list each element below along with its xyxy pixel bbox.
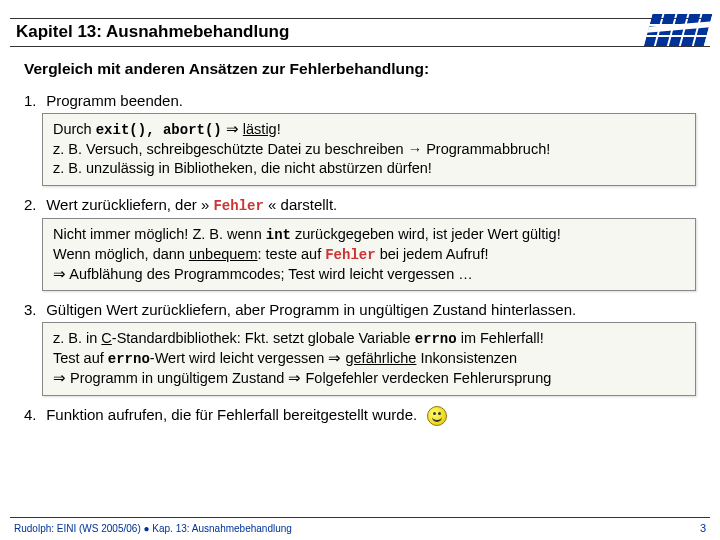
item-title: Programm beenden. xyxy=(46,92,183,109)
content: 1. Programm beenden. Durch exit(), abort… xyxy=(24,92,700,436)
code-text: int xyxy=(266,227,291,243)
slide-subtitle: Vergleich mit anderen Ansätzen zur Fehle… xyxy=(24,60,429,78)
code-text: Fehler xyxy=(213,198,263,214)
item-heading: 2. Wert zurückliefern, der » Fehler « da… xyxy=(24,196,700,214)
code-text: errno xyxy=(415,331,457,347)
box-line: z. B. Versuch, schreibgeschützte Datei z… xyxy=(53,140,685,160)
logo-icon xyxy=(644,14,713,47)
page-number: 3 xyxy=(700,522,706,534)
item-heading: 4. Funktion aufrufen, die für Fehlerfall… xyxy=(24,406,700,426)
detail-box: z. B. in C-Standardbibliothek: Fkt. setz… xyxy=(42,322,696,395)
box-line: z. B. unzulässig in Bibliotheken, die ni… xyxy=(53,159,685,179)
item-title: Gültigen Wert zurückliefern, aber Progra… xyxy=(46,301,576,318)
code-text: exit(), abort() xyxy=(96,122,222,138)
footer-rule xyxy=(10,517,710,518)
detail-box: Durch exit(), abort() ⇒ lästig! z. B. Ve… xyxy=(42,113,696,186)
slide: Kapitel 13: Ausnahmebehandlung Vergleich… xyxy=(0,0,720,540)
box-line: Durch exit(), abort() ⇒ lästig! xyxy=(53,120,685,140)
box-line: z. B. in C-Standardbibliothek: Fkt. setz… xyxy=(53,329,685,349)
item-heading: 1. Programm beenden. xyxy=(24,92,700,109)
smiley-icon xyxy=(427,406,447,426)
list-item: 1. Programm beenden. Durch exit(), abort… xyxy=(24,92,700,186)
slide-title: Kapitel 13: Ausnahmebehandlung xyxy=(16,22,289,42)
item-number: 4. xyxy=(24,406,42,423)
rule-bottom xyxy=(10,46,710,47)
footer-text: Rudolph: EINI (WS 2005/06) ● Kap. 13: Au… xyxy=(14,523,292,534)
item-number: 3. xyxy=(24,301,42,318)
item-number: 2. xyxy=(24,196,42,213)
box-line: ⇒ Aufblähung des Programmcodes; Test wir… xyxy=(53,265,685,285)
list-item: 3. Gültigen Wert zurückliefern, aber Pro… xyxy=(24,301,700,395)
list-item: 2. Wert zurückliefern, der » Fehler « da… xyxy=(24,196,700,291)
code-text: errno xyxy=(108,351,150,367)
box-line: Wenn möglich, dann unbequem: teste auf F… xyxy=(53,245,685,265)
item-heading: 3. Gültigen Wert zurückliefern, aber Pro… xyxy=(24,301,700,318)
detail-box: Nicht immer möglich! Z. B. wenn int zurü… xyxy=(42,218,696,291)
item-title: Funktion aufrufen, die für Fehlerfall be… xyxy=(46,406,417,423)
box-line: ⇒ Programm in ungültigem Zustand ⇒ Folge… xyxy=(53,369,685,389)
box-line: Test auf errno-Wert wird leicht vergesse… xyxy=(53,349,685,369)
rule-top xyxy=(10,18,710,19)
code-text: Fehler xyxy=(325,247,375,263)
box-line: Nicht immer möglich! Z. B. wenn int zurü… xyxy=(53,225,685,245)
item-number: 1. xyxy=(24,92,42,109)
list-item: 4. Funktion aufrufen, die für Fehlerfall… xyxy=(24,406,700,426)
